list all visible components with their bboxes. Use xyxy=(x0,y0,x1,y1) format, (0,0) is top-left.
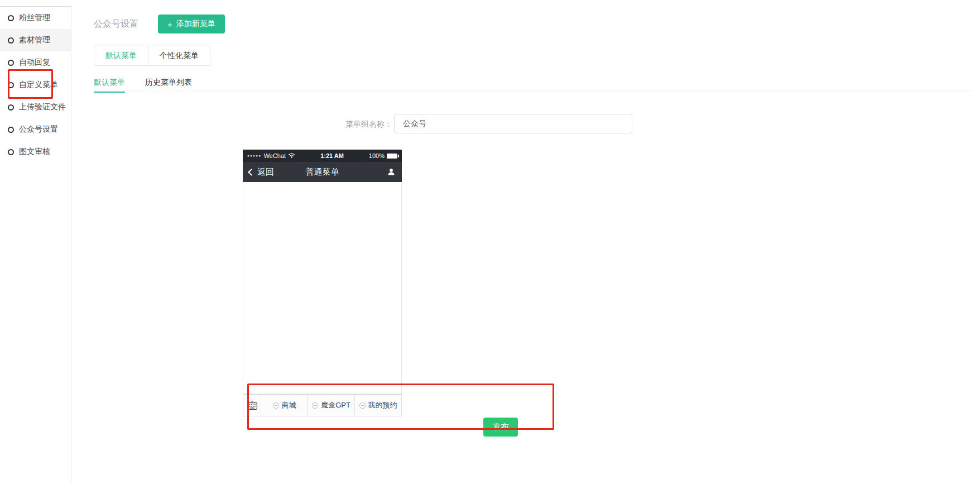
sidebar-item-material[interactable]: 素材管理 xyxy=(0,29,71,51)
signal-dots-icon: ●●●●● xyxy=(247,154,262,157)
add-new-menu-label: 添加新菜单 xyxy=(176,19,215,29)
wifi-icon xyxy=(288,153,295,159)
keyboard-toggle[interactable] xyxy=(243,395,261,416)
sidebar-item-label: 粉丝管理 xyxy=(19,13,50,23)
sidebar-item-label: 图文审核 xyxy=(19,147,50,157)
minus-circle-icon xyxy=(359,402,366,409)
circle-icon xyxy=(8,127,14,133)
back-label: 返回 xyxy=(257,167,274,178)
wechat-menu-item-shop[interactable]: 商城 xyxy=(261,395,308,416)
sidebar-item-article-review[interactable]: 图文审核 xyxy=(0,141,71,163)
sidebar-item-label: 自定义菜单 xyxy=(19,80,58,90)
sidebar-item-auto-reply[interactable]: 自动回复 xyxy=(0,51,71,74)
person-icon xyxy=(387,167,396,176)
circle-icon xyxy=(8,15,14,21)
phone-status-bar: ●●●●● WeChat 1:21 AM 100% xyxy=(243,150,402,162)
circle-icon xyxy=(8,82,14,88)
wechat-menu-item-label: 我的预约 xyxy=(368,400,397,410)
phone-preview: ●●●●● WeChat 1:21 AM 100% 返回 普通菜单 xyxy=(243,150,402,416)
phone-chat-body xyxy=(243,182,402,394)
menu-group-name-input[interactable] xyxy=(394,114,632,133)
minus-circle-icon xyxy=(312,402,318,409)
sidebar-item-upload-verify-file[interactable]: 上传验证文件 xyxy=(0,96,71,118)
wechat-menu-item-label: 商城 xyxy=(282,400,296,410)
sidebar-item-fans[interactable]: 粉丝管理 xyxy=(0,7,71,29)
wechat-menu-item-magicbox-gpt[interactable]: 魔盒GPT xyxy=(308,395,354,416)
clock-label: 1:21 AM xyxy=(320,152,344,159)
sidebar-item-custom-menu[interactable]: 自定义菜单 xyxy=(0,74,71,96)
sidebar-item-label: 公众号设置 xyxy=(19,124,58,135)
minus-circle-icon xyxy=(273,402,279,409)
sidebar-item-label: 素材管理 xyxy=(19,35,50,45)
sidebar-item-account-settings[interactable]: 公众号设置 xyxy=(0,118,71,141)
circle-icon xyxy=(8,37,14,44)
page-title: 公众号设置 xyxy=(94,18,138,30)
battery-icon xyxy=(387,154,397,159)
sidebar: 粉丝管理 素材管理 自动回复 自定义菜单 上传验证文件 公众号设置 图文审核 xyxy=(0,6,71,484)
publish-button[interactable]: 发布 xyxy=(483,418,518,437)
wechat-menu-item-my-bookings[interactable]: 我的预约 xyxy=(354,395,401,416)
add-new-menu-button[interactable]: + 添加新菜单 xyxy=(158,15,225,33)
sidebar-item-label: 上传验证文件 xyxy=(19,102,66,112)
wechat-menu-item-label: 魔盒GPT xyxy=(321,400,350,410)
plus-icon: + xyxy=(167,20,172,28)
subtab-history-menu-list[interactable]: 历史菜单列表 xyxy=(145,78,192,93)
menu-type-tabs: 默认菜单 个性化菜单 xyxy=(94,45,210,66)
sidebar-item-label: 自动回复 xyxy=(19,57,50,68)
circle-icon xyxy=(8,60,14,66)
phone-menu-bar: 商城 魔盒GPT 我的预约 xyxy=(243,394,402,416)
carrier-label: WeChat xyxy=(264,152,286,159)
menu-group-name-label: 菜单组名称： xyxy=(343,119,392,130)
back-button: 返回 xyxy=(249,167,274,178)
subtab-divider xyxy=(94,90,973,90)
back-chevron-icon xyxy=(248,169,255,176)
circle-icon xyxy=(8,104,14,111)
menu-subtabs: 默认菜单 历史菜单列表 xyxy=(94,78,192,93)
tab-personalized-menu[interactable]: 个性化菜单 xyxy=(148,45,210,65)
phone-nav-bar: 返回 普通菜单 xyxy=(243,162,402,182)
tab-default-menu[interactable]: 默认菜单 xyxy=(94,45,148,65)
subtab-default-menu[interactable]: 默认菜单 xyxy=(94,78,125,93)
keyboard-icon xyxy=(247,400,258,410)
circle-icon xyxy=(8,149,14,155)
battery-percent-label: 100% xyxy=(369,152,385,159)
